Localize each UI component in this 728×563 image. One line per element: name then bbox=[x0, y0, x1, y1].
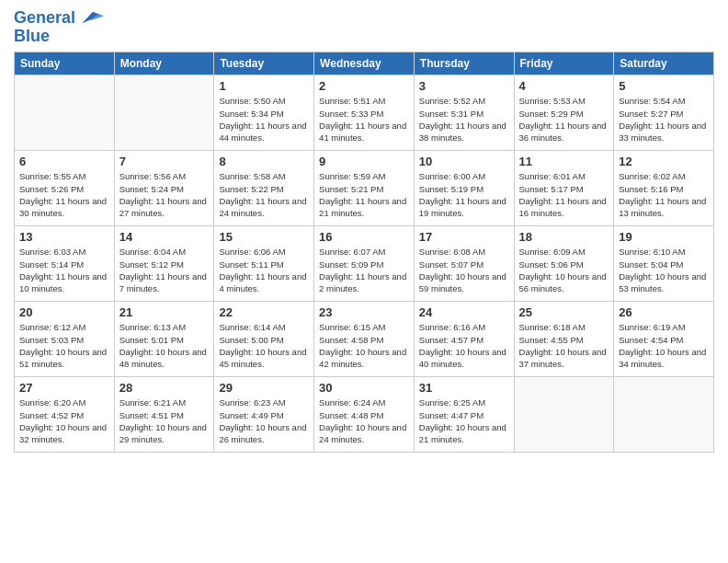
day-info: Sunrise: 6:25 AM Sunset: 4:47 PM Dayligh… bbox=[419, 396, 509, 445]
header-wednesday: Wednesday bbox=[314, 52, 415, 75]
table-row: 8Sunrise: 5:58 AM Sunset: 5:22 PM Daylig… bbox=[214, 151, 314, 226]
logo: General Blue bbox=[14, 9, 104, 44]
day-info: Sunrise: 6:19 AM Sunset: 4:54 PM Dayligh… bbox=[619, 321, 709, 370]
day-number: 2 bbox=[319, 79, 409, 93]
day-info: Sunrise: 6:10 AM Sunset: 5:04 PM Dayligh… bbox=[619, 246, 709, 294]
svg-marker-0 bbox=[82, 12, 104, 24]
day-number: 9 bbox=[319, 155, 409, 168]
day-info: Sunrise: 6:14 AM Sunset: 5:00 PM Dayligh… bbox=[219, 321, 309, 370]
day-info: Sunrise: 5:51 AM Sunset: 5:33 PM Dayligh… bbox=[319, 95, 409, 144]
day-info: Sunrise: 6:03 AM Sunset: 5:14 PM Dayligh… bbox=[19, 246, 109, 294]
day-number: 8 bbox=[219, 155, 309, 168]
table-row: 5Sunrise: 5:54 AM Sunset: 5:27 PM Daylig… bbox=[614, 75, 714, 151]
day-number: 11 bbox=[519, 155, 609, 168]
day-number: 22 bbox=[219, 305, 309, 319]
day-info: Sunrise: 5:50 AM Sunset: 5:34 PM Dayligh… bbox=[219, 95, 309, 144]
day-number: 28 bbox=[119, 381, 210, 395]
day-number: 13 bbox=[19, 230, 109, 244]
day-info: Sunrise: 6:06 AM Sunset: 5:11 PM Dayligh… bbox=[219, 246, 309, 294]
table-row: 16Sunrise: 6:07 AM Sunset: 5:09 PM Dayli… bbox=[314, 226, 415, 302]
day-number: 7 bbox=[119, 155, 210, 168]
calendar-week-row: 6Sunrise: 5:55 AM Sunset: 5:26 PM Daylig… bbox=[15, 151, 714, 226]
table-row: 2Sunrise: 5:51 AM Sunset: 5:33 PM Daylig… bbox=[314, 75, 415, 151]
calendar-week-row: 1Sunrise: 5:50 AM Sunset: 5:34 PM Daylig… bbox=[15, 75, 714, 151]
day-info: Sunrise: 6:00 AM Sunset: 5:19 PM Dayligh… bbox=[419, 170, 509, 219]
day-number: 12 bbox=[619, 155, 709, 168]
day-info: Sunrise: 6:02 AM Sunset: 5:16 PM Dayligh… bbox=[619, 170, 709, 219]
table-row: 3Sunrise: 5:52 AM Sunset: 5:31 PM Daylig… bbox=[414, 75, 514, 151]
table-row: 25Sunrise: 6:18 AM Sunset: 4:55 PM Dayli… bbox=[514, 302, 614, 377]
logo-bird-icon bbox=[82, 9, 104, 28]
table-row: 9Sunrise: 5:59 AM Sunset: 5:21 PM Daylig… bbox=[314, 151, 415, 226]
table-row: 14Sunrise: 6:04 AM Sunset: 5:12 PM Dayli… bbox=[114, 226, 214, 302]
logo-blue: Blue bbox=[14, 28, 104, 44]
day-info: Sunrise: 6:01 AM Sunset: 5:17 PM Dayligh… bbox=[519, 170, 609, 219]
table-row bbox=[114, 75, 214, 151]
day-info: Sunrise: 5:56 AM Sunset: 5:24 PM Dayligh… bbox=[119, 170, 210, 219]
day-info: Sunrise: 6:12 AM Sunset: 5:03 PM Dayligh… bbox=[19, 321, 109, 370]
day-info: Sunrise: 6:23 AM Sunset: 4:49 PM Dayligh… bbox=[219, 396, 309, 445]
table-row: 15Sunrise: 6:06 AM Sunset: 5:11 PM Dayli… bbox=[214, 226, 314, 302]
table-row bbox=[15, 75, 115, 151]
table-row: 18Sunrise: 6:09 AM Sunset: 5:06 PM Dayli… bbox=[514, 226, 614, 302]
day-info: Sunrise: 6:07 AM Sunset: 5:09 PM Dayligh… bbox=[319, 246, 409, 294]
day-info: Sunrise: 6:04 AM Sunset: 5:12 PM Dayligh… bbox=[119, 246, 210, 294]
table-row bbox=[614, 377, 714, 453]
table-row: 24Sunrise: 6:16 AM Sunset: 4:57 PM Dayli… bbox=[414, 302, 514, 377]
header-monday: Monday bbox=[114, 52, 214, 75]
table-row: 13Sunrise: 6:03 AM Sunset: 5:14 PM Dayli… bbox=[15, 226, 115, 302]
day-number: 3 bbox=[419, 79, 509, 93]
day-info: Sunrise: 5:53 AM Sunset: 5:29 PM Dayligh… bbox=[519, 95, 609, 144]
day-number: 25 bbox=[519, 305, 609, 319]
day-number: 31 bbox=[419, 381, 509, 395]
calendar-header-row: Sunday Monday Tuesday Wednesday Thursday… bbox=[15, 52, 714, 75]
day-info: Sunrise: 6:09 AM Sunset: 5:06 PM Dayligh… bbox=[519, 246, 609, 294]
calendar-table: Sunday Monday Tuesday Wednesday Thursday… bbox=[14, 52, 714, 453]
day-number: 29 bbox=[219, 381, 309, 395]
day-number: 30 bbox=[319, 381, 409, 395]
table-row: 23Sunrise: 6:15 AM Sunset: 4:58 PM Dayli… bbox=[314, 302, 415, 377]
day-info: Sunrise: 5:54 AM Sunset: 5:27 PM Dayligh… bbox=[619, 95, 709, 144]
table-row: 10Sunrise: 6:00 AM Sunset: 5:19 PM Dayli… bbox=[414, 151, 514, 226]
table-row: 21Sunrise: 6:13 AM Sunset: 5:01 PM Dayli… bbox=[114, 302, 214, 377]
header: General Blue bbox=[14, 9, 714, 44]
logo-general: General bbox=[14, 8, 75, 27]
day-number: 27 bbox=[19, 381, 109, 395]
table-row: 4Sunrise: 5:53 AM Sunset: 5:29 PM Daylig… bbox=[514, 75, 614, 151]
day-number: 10 bbox=[419, 155, 509, 168]
day-info: Sunrise: 6:16 AM Sunset: 4:57 PM Dayligh… bbox=[419, 321, 509, 370]
table-row: 6Sunrise: 5:55 AM Sunset: 5:26 PM Daylig… bbox=[15, 151, 115, 226]
table-row: 17Sunrise: 6:08 AM Sunset: 5:07 PM Dayli… bbox=[414, 226, 514, 302]
day-number: 4 bbox=[519, 79, 609, 93]
day-number: 18 bbox=[519, 230, 609, 244]
day-info: Sunrise: 6:13 AM Sunset: 5:01 PM Dayligh… bbox=[119, 321, 210, 370]
day-number: 19 bbox=[619, 230, 709, 244]
table-row: 26Sunrise: 6:19 AM Sunset: 4:54 PM Dayli… bbox=[614, 302, 714, 377]
calendar-week-row: 27Sunrise: 6:20 AM Sunset: 4:52 PM Dayli… bbox=[15, 377, 714, 453]
table-row bbox=[514, 377, 614, 453]
day-info: Sunrise: 5:55 AM Sunset: 5:26 PM Dayligh… bbox=[19, 170, 109, 219]
table-row: 12Sunrise: 6:02 AM Sunset: 5:16 PM Dayli… bbox=[614, 151, 714, 226]
day-info: Sunrise: 6:08 AM Sunset: 5:07 PM Dayligh… bbox=[419, 246, 509, 294]
header-saturday: Saturday bbox=[614, 52, 714, 75]
table-row: 22Sunrise: 6:14 AM Sunset: 5:00 PM Dayli… bbox=[214, 302, 314, 377]
day-number: 6 bbox=[19, 155, 109, 168]
table-row: 27Sunrise: 6:20 AM Sunset: 4:52 PM Dayli… bbox=[15, 377, 115, 453]
table-row: 28Sunrise: 6:21 AM Sunset: 4:51 PM Dayli… bbox=[114, 377, 214, 453]
day-number: 5 bbox=[619, 79, 709, 93]
calendar-week-row: 20Sunrise: 6:12 AM Sunset: 5:03 PM Dayli… bbox=[15, 302, 714, 377]
day-number: 15 bbox=[219, 230, 309, 244]
day-number: 17 bbox=[419, 230, 509, 244]
day-number: 16 bbox=[319, 230, 409, 244]
day-info: Sunrise: 5:52 AM Sunset: 5:31 PM Dayligh… bbox=[419, 95, 509, 144]
day-info: Sunrise: 5:59 AM Sunset: 5:21 PM Dayligh… bbox=[319, 170, 409, 219]
day-info: Sunrise: 6:21 AM Sunset: 4:51 PM Dayligh… bbox=[119, 396, 210, 445]
day-number: 21 bbox=[119, 305, 210, 319]
day-number: 1 bbox=[219, 79, 309, 93]
day-number: 14 bbox=[119, 230, 210, 244]
day-info: Sunrise: 6:24 AM Sunset: 4:48 PM Dayligh… bbox=[319, 396, 409, 445]
table-row: 11Sunrise: 6:01 AM Sunset: 5:17 PM Dayli… bbox=[514, 151, 614, 226]
day-info: Sunrise: 5:58 AM Sunset: 5:22 PM Dayligh… bbox=[219, 170, 309, 219]
header-tuesday: Tuesday bbox=[214, 52, 314, 75]
table-row: 7Sunrise: 5:56 AM Sunset: 5:24 PM Daylig… bbox=[114, 151, 214, 226]
